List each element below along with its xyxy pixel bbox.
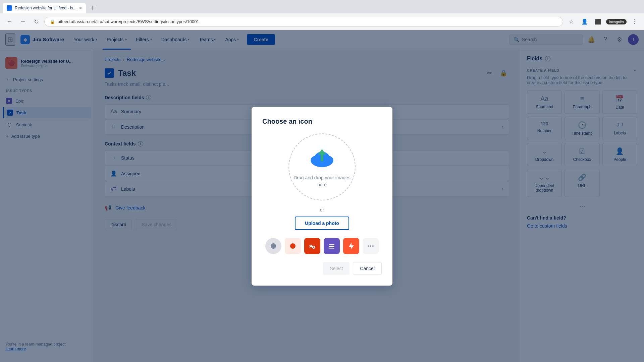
- lock-icon: 🔒: [50, 19, 55, 24]
- svg-point-5: [271, 243, 276, 249]
- back-button[interactable]: ←: [4, 16, 15, 27]
- incognito-badge: Incognito: [606, 19, 627, 24]
- tab-title: Redesign website for UI feed - Is...: [15, 6, 76, 10]
- preset-icon-wave-red[interactable]: [304, 238, 320, 254]
- preset-icons: [262, 238, 382, 254]
- or-divider: or: [262, 207, 382, 213]
- svg-rect-7: [329, 244, 334, 245]
- drop-zone-text: Drag and drop your images here: [289, 174, 355, 188]
- browser-chrome: Redesign website for UI feed - Is... × +…: [0, 0, 644, 30]
- preset-icon-circle-gray[interactable]: [265, 238, 281, 254]
- forward-button[interactable]: →: [17, 16, 28, 27]
- upload-photo-button[interactable]: Upload a photo: [295, 217, 349, 230]
- choose-icon-modal: Choose an icon Drag and drop your images…: [252, 107, 392, 286]
- preset-icon-circle-red[interactable]: [285, 238, 301, 254]
- profile-button[interactable]: 👤: [579, 16, 590, 27]
- svg-point-11: [370, 245, 371, 247]
- browser-toolbar: ← → ↻ 🔒 uifeed.atlassian.net/jira/softwa…: [0, 13, 644, 30]
- svg-rect-8: [329, 246, 334, 247]
- modal-title: Choose an icon: [262, 118, 382, 125]
- active-tab[interactable]: Redesign website for UI feed - Is... ×: [3, 3, 86, 13]
- svg-point-12: [372, 245, 374, 247]
- extensions-button[interactable]: ⬛: [593, 16, 603, 27]
- url-text: uifeed.atlassian.net/jira/software/proje…: [58, 19, 199, 24]
- tab-favicon: [7, 5, 12, 11]
- modal-actions: Select Cancel: [262, 262, 382, 275]
- close-tab-button[interactable]: ×: [79, 5, 82, 11]
- cloud-upload-icon: [309, 145, 335, 170]
- new-tab-button[interactable]: +: [88, 3, 97, 13]
- select-button: Select: [323, 262, 350, 275]
- modal-overlay: Choose an icon Drag and drop your images…: [0, 30, 644, 362]
- cancel-button[interactable]: Cancel: [353, 262, 382, 275]
- tab-bar: Redesign website for UI feed - Is... × +: [0, 0, 644, 13]
- preset-icon-bolt-orange[interactable]: [343, 238, 359, 254]
- preset-icon-more[interactable]: [363, 238, 379, 254]
- reload-button[interactable]: ↻: [31, 16, 42, 27]
- browser-actions: ☆ 👤 ⬛ Incognito ⋮: [566, 16, 640, 27]
- drop-zone[interactable]: Drag and drop your images here: [288, 133, 356, 200]
- preset-icon-lines-purple[interactable]: [324, 238, 340, 254]
- menu-button[interactable]: ⋮: [629, 16, 640, 27]
- svg-point-6: [290, 243, 296, 249]
- svg-point-10: [368, 245, 369, 247]
- address-bar[interactable]: 🔒 uifeed.atlassian.net/jira/software/pro…: [44, 17, 563, 26]
- svg-rect-9: [329, 248, 334, 249]
- bookmark-button[interactable]: ☆: [566, 16, 577, 27]
